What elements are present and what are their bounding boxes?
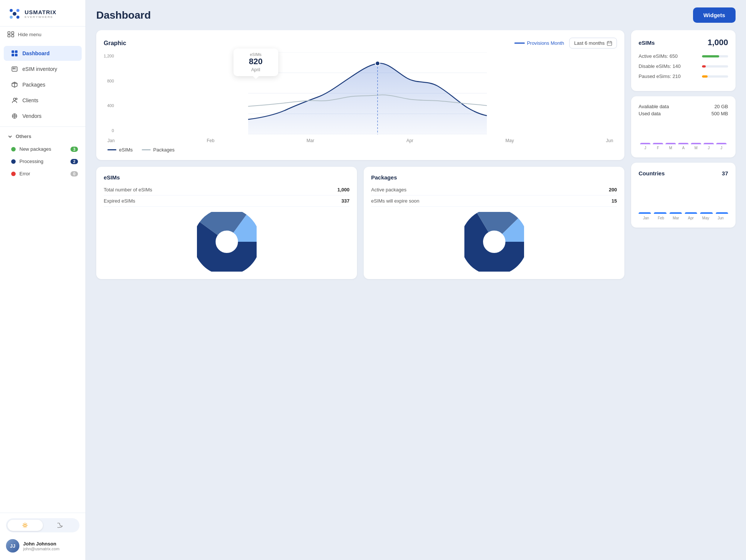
date-range-button[interactable]: Last 6 months xyxy=(569,38,617,49)
used-data-value: 500 MB xyxy=(711,111,728,116)
data-bar xyxy=(678,143,689,144)
esim-icon xyxy=(11,66,18,72)
country-bar-label: Jun xyxy=(713,216,728,220)
country-bar xyxy=(700,212,712,214)
data-bar-label: J xyxy=(721,146,723,150)
sidebar-item-error[interactable]: Error 0 xyxy=(0,168,85,180)
active-packages-row: Active packages 200 xyxy=(371,184,617,195)
data-bar xyxy=(691,143,701,144)
svg-point-27 xyxy=(24,524,26,526)
data-bar xyxy=(703,143,714,144)
svg-rect-12 xyxy=(15,54,18,56)
page-title: Dashboard xyxy=(96,9,151,21)
packages-pie-svg xyxy=(464,212,524,272)
x-label-apr: Apr xyxy=(406,138,413,143)
disabled-bar-bg xyxy=(702,65,728,68)
logo: USMATRIX EVERYWHERE xyxy=(0,0,85,26)
country-bar-col xyxy=(685,212,697,214)
svg-rect-6 xyxy=(12,32,14,34)
esims-pie-chart xyxy=(104,212,350,272)
esims-summary-header: eSIMs 1,000 xyxy=(639,38,728,47)
chevron-down-icon xyxy=(7,134,13,139)
chart-svg xyxy=(118,52,617,134)
data-bar-col: A xyxy=(678,143,689,150)
countries-count: 37 xyxy=(722,170,728,176)
right-column: eSIMs 1,000 Active eSIMs: 650 Disable eS… xyxy=(631,30,736,553)
svg-rect-36 xyxy=(607,41,612,46)
top-bar: Dashboard Widgets xyxy=(86,0,746,30)
sidebar-item-processing[interactable]: Processing 2 xyxy=(0,155,85,168)
data-bar xyxy=(716,143,727,144)
bottom-cards: eSIMs Total number of eSIMs 1,000 Expire… xyxy=(96,167,624,279)
active-packages-label: Active packages xyxy=(371,187,407,193)
moon-icon xyxy=(57,522,63,528)
country-bar-label: Jan xyxy=(639,216,653,220)
processing-label: Processing xyxy=(19,159,43,164)
logo-title: USMATRIX xyxy=(25,9,56,15)
country-bar-col xyxy=(670,212,682,214)
active-packages-value: 200 xyxy=(609,187,617,193)
available-data-label: Avaliable data xyxy=(639,104,669,109)
sidebar-item-esim-inventory[interactable]: eSIM inventory xyxy=(4,62,82,76)
data-bar-col: M xyxy=(691,143,701,150)
paused-esims-bar xyxy=(702,75,728,78)
svg-rect-10 xyxy=(15,50,18,53)
sidebar-item-packages[interactable]: Packages xyxy=(4,77,82,92)
svg-rect-5 xyxy=(8,32,10,34)
chart-container: 1,200 800 400 0 xyxy=(104,52,617,136)
data-bar-label: F xyxy=(657,146,659,150)
x-label-mar: Mar xyxy=(307,138,314,143)
sidebar-item-clients[interactable]: Clients xyxy=(4,93,82,108)
sidebar-item-dashboard[interactable]: Dashboard xyxy=(4,46,82,61)
sun-icon xyxy=(22,522,28,528)
sidebar-nav: Dashboard eSIM inventory Packages xyxy=(0,42,85,513)
widgets-button[interactable]: Widgets xyxy=(693,7,736,23)
dark-theme-button[interactable] xyxy=(43,520,78,531)
y-label-1200: 1,200 xyxy=(104,54,114,58)
light-theme-button[interactable] xyxy=(7,520,43,531)
country-bar-labels: JanFebMarAprMayJun xyxy=(639,216,728,220)
countries-title: Countries xyxy=(639,170,665,176)
country-bar-col xyxy=(654,212,666,214)
sidebar-item-vendors[interactable]: Vendors xyxy=(4,109,82,123)
packages-label: Packages xyxy=(22,82,45,88)
disabled-bar-fill xyxy=(702,65,706,68)
data-bar-label: M xyxy=(669,146,672,150)
legend-esims: eSIMs xyxy=(107,147,133,153)
logo-icon xyxy=(7,7,22,21)
y-label-0: 0 xyxy=(104,128,114,133)
nav-divider xyxy=(0,126,85,127)
chart-card: Graphic Provisions Month Last 6 months xyxy=(96,30,624,160)
sidebar-item-new-packages[interactable]: New packages 3 xyxy=(0,143,85,155)
svg-point-4 xyxy=(13,12,16,16)
user-name: John Johnson xyxy=(23,541,59,547)
expire-soon-row: eSIMs will expire soon 15 xyxy=(371,195,617,207)
chart-legend: Provisions Month xyxy=(514,40,564,46)
svg-rect-8 xyxy=(12,35,14,37)
svg-line-33 xyxy=(26,527,27,528)
country-bar-label: May xyxy=(698,216,713,220)
main-content: Graphic Provisions Month Last 6 months xyxy=(86,30,746,560)
available-data-value: 20 GB xyxy=(714,104,728,109)
disabled-esims-bar xyxy=(702,65,728,68)
chart-x-labels: Jan Feb Mar Apr May Jun xyxy=(104,138,617,143)
data-bar-col: J xyxy=(716,143,727,150)
esims-summary-title: eSIMs xyxy=(639,40,655,46)
country-bar-label: Feb xyxy=(653,216,668,220)
packages-stat-title: Packages xyxy=(371,174,617,181)
hide-menu-button[interactable]: Hide menu xyxy=(0,26,85,42)
active-esims-bar xyxy=(702,55,728,57)
others-section-header[interactable]: Others xyxy=(0,130,85,143)
paused-bar-bg xyxy=(702,75,728,78)
svg-point-20 xyxy=(16,98,17,100)
x-label-jan: Jan xyxy=(107,138,115,143)
active-bar-fill xyxy=(702,55,719,57)
esims-stat-title: eSIMs xyxy=(104,174,350,181)
x-label-jun: Jun xyxy=(606,138,613,143)
svg-rect-11 xyxy=(12,54,14,56)
countries-card: Countries 37 JanFebMarAprMayJun xyxy=(631,163,736,228)
country-bar xyxy=(639,212,651,214)
dashboard-label: Dashboard xyxy=(22,50,50,56)
user-email: john@usmatrix.com xyxy=(23,547,59,551)
logo-text: USMATRIX EVERYWHERE xyxy=(25,9,56,19)
